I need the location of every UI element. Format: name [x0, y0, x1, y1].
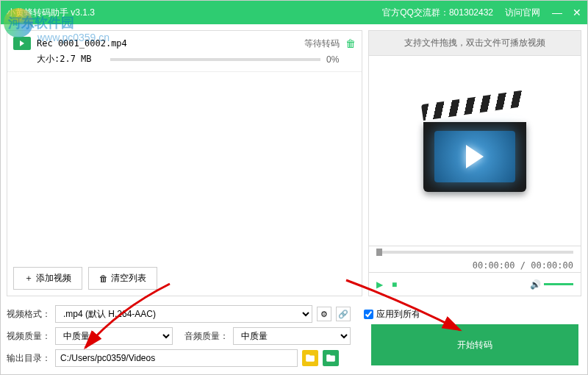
start-transcode-button[interactable]: 开始转码 — [371, 324, 578, 365]
delete-file-icon[interactable]: 🗑 — [345, 38, 356, 49]
progress-percent: 0% — [326, 54, 356, 65]
qq-group-link[interactable]: 官方QQ交流群：801302432 — [382, 7, 493, 19]
output-path-input[interactable] — [55, 349, 298, 367]
volume-icon[interactable]: 🔊 — [530, 279, 541, 290]
stop-icon[interactable]: ■ — [392, 279, 397, 290]
browse-folder-icon[interactable] — [302, 350, 318, 366]
vquality-label: 视频质量： — [7, 330, 51, 343]
add-video-button[interactable]: ＋ 添加视频 — [13, 267, 82, 290]
file-name: Rec 0001_0002.mp4 — [37, 38, 304, 49]
apply-all-label: 应用到所有 — [376, 308, 420, 321]
audio-quality-select[interactable]: 中质量 — [233, 327, 351, 345]
close-button[interactable]: ✕ — [573, 7, 581, 18]
format-label: 视频格式： — [7, 308, 51, 321]
format-link-icon[interactable]: 🔗 — [336, 307, 351, 321]
video-file-icon — [13, 37, 31, 50]
preview-panel: 支持文件拖拽，双击文件可播放视频 00:00:00 / 00:00:00 ▶ ■… — [368, 30, 581, 296]
aquality-label: 音频质量： — [184, 330, 229, 343]
video-format-select[interactable]: .mp4 (默认 H.264-AAC) — [55, 305, 312, 323]
app-title: 小黄蜂转码助手 v3.1.3 — [7, 7, 95, 19]
file-list-panel: Rec 0001_0002.mp4 等待转码 🗑 大小:2.7 MB 0% ＋ … — [7, 30, 362, 296]
apply-all-checkbox[interactable] — [364, 310, 373, 319]
output-label: 输出目录： — [7, 352, 51, 365]
file-status: 等待转码 — [304, 38, 340, 50]
volume-slider[interactable] — [544, 283, 573, 285]
trash-icon: 🗑 — [99, 274, 108, 284]
video-preview[interactable] — [369, 56, 581, 246]
play-icon[interactable]: ▶ — [376, 279, 383, 290]
website-link[interactable]: 访问官网 — [505, 7, 540, 19]
preview-hint: 支持文件拖拽，双击文件可播放视频 — [369, 31, 581, 56]
clear-list-button[interactable]: 🗑 清空列表 — [88, 267, 157, 290]
file-item[interactable]: Rec 0001_0002.mp4 等待转码 🗑 大小:2.7 MB 0% — [7, 31, 362, 72]
plus-icon: ＋ — [24, 272, 33, 285]
video-quality-select[interactable]: 中质量 — [55, 327, 173, 345]
seek-bar[interactable] — [369, 246, 581, 260]
playback-time: 00:00:00 / 00:00:00 — [473, 260, 573, 271]
format-settings-icon[interactable]: ⚙ — [317, 307, 331, 321]
file-size: 大小:2.7 MB — [37, 53, 110, 65]
minimize-button[interactable]: — — [552, 7, 562, 18]
title-bar: 小黄蜂转码助手 v3.1.3 官方QQ交流群：801302432 访问官网 — … — [1, 1, 587, 24]
open-folder-icon[interactable] — [323, 350, 339, 366]
progress-bar — [110, 58, 320, 61]
clapperboard-icon — [423, 109, 526, 193]
